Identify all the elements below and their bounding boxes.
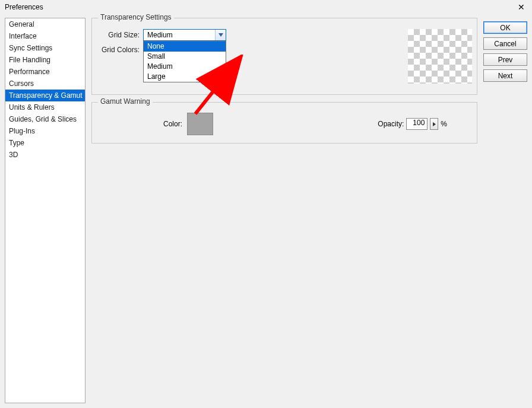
transparency-settings-group: Transparency Settings Grid Size: Medium …	[91, 18, 477, 95]
sidebar-item-sync-settings[interactable]: Sync Settings	[5, 42, 85, 54]
gamut-legend: Gamut Warning	[98, 97, 153, 106]
ok-button[interactable]: OK	[483, 21, 527, 34]
gamut-color-swatch[interactable]	[187, 113, 213, 135]
sidebar-item-interface[interactable]: Interface	[5, 30, 85, 42]
sidebar-item-file-handling[interactable]: File Handling	[5, 54, 85, 66]
sidebar-item-transparency-gamut[interactable]: Transparency & Gamut	[5, 90, 85, 101]
next-button[interactable]: Next	[483, 69, 527, 82]
sidebar-item-performance[interactable]: Performance	[5, 66, 85, 78]
sidebar-item-general[interactable]: General	[5, 18, 85, 30]
sidebar-item-plug-ins[interactable]: Plug-Ins	[5, 125, 85, 137]
gamut-opacity-label: Opacity:	[378, 120, 404, 128]
window-title: Preferences	[5, 3, 43, 11]
gamut-warning-group: Gamut Warning Color: Opacity: 100 %	[91, 102, 477, 144]
grid-size-value: Medium	[147, 31, 173, 39]
sidebar-item-cursors[interactable]: Cursors	[5, 78, 85, 90]
sidebar-item-units-rulers[interactable]: Units & Rulers	[5, 101, 85, 113]
gamut-opacity-unit: %	[441, 120, 447, 128]
chevron-down-icon	[215, 30, 226, 40]
grid-size-option-medium[interactable]: Medium	[144, 62, 226, 72]
gamut-opacity-input[interactable]: 100	[406, 118, 428, 130]
grid-size-option-none[interactable]: None	[144, 42, 226, 52]
grid-size-dropdown[interactable]: Medium	[143, 29, 226, 41]
dialog-buttons: OK Cancel Prev Next	[483, 21, 527, 82]
category-sidebar: General Interface Sync Settings File Han…	[5, 18, 86, 403]
transparency-legend: Transparency Settings	[98, 13, 174, 21]
gamut-color-label: Color:	[163, 120, 182, 128]
cancel-button[interactable]: Cancel	[483, 37, 527, 50]
gamut-opacity-flyout-button[interactable]	[430, 118, 438, 130]
grid-size-label: Grid Size:	[98, 31, 140, 39]
grid-colors-label: Grid Colors:	[98, 46, 140, 54]
sidebar-item-3d[interactable]: 3D	[5, 149, 85, 161]
sidebar-item-type[interactable]: Type	[5, 137, 85, 149]
transparency-checker-preview	[408, 29, 472, 84]
sidebar-item-guides-grid-slices[interactable]: Guides, Grid & Slices	[5, 113, 85, 125]
prev-button[interactable]: Prev	[483, 53, 527, 66]
titlebar: Preferences ✕	[0, 0, 532, 14]
grid-size-option-large[interactable]: Large	[144, 72, 226, 82]
close-icon[interactable]: ✕	[514, 2, 528, 12]
grid-size-dropdown-list: None Small Medium Large	[143, 41, 226, 82]
grid-size-option-small[interactable]: Small	[144, 52, 226, 62]
